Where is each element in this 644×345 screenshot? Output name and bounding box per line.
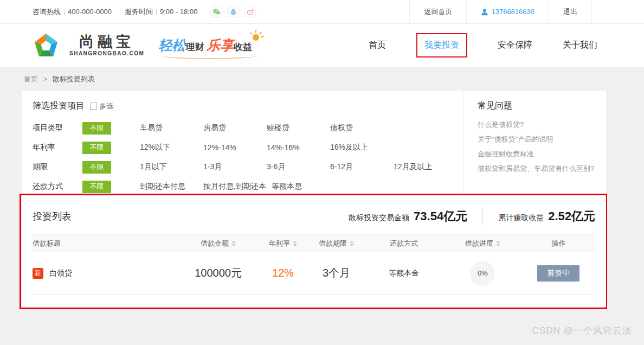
column-header-action: 操作 bbox=[522, 239, 595, 248]
qq-icon[interactable] bbox=[227, 5, 240, 18]
multi-select-checkbox[interactable] bbox=[90, 103, 97, 110]
new-badge: 新 bbox=[33, 268, 43, 279]
account-phone-number: 13766816630 bbox=[491, 8, 534, 16]
nav-item-home[interactable]: 首页 bbox=[369, 40, 386, 51]
column-header-rate[interactable]: 年利率 bbox=[257, 239, 308, 248]
breadcrumb-separator: > bbox=[43, 75, 48, 83]
faq-link[interactable]: 金融理财收费标准 bbox=[478, 146, 601, 161]
filter-option[interactable]: 1-3月 bbox=[203, 162, 267, 172]
filter-option[interactable]: 16%及以上 bbox=[330, 143, 394, 152]
sort-icon[interactable] bbox=[350, 241, 354, 246]
brand-name: 尚融宝 bbox=[69, 34, 144, 50]
topbar-contact: 咨询热线： 400-000-0000 服务时间： 9:00 - 18:00 bbox=[33, 5, 256, 18]
list-title: 投资列表 bbox=[33, 210, 72, 223]
filter-option[interactable]: 债权贷 bbox=[330, 123, 394, 133]
column-label: 借款进度 bbox=[465, 239, 493, 248]
stat-label: 散标投资交易金额 bbox=[349, 213, 409, 223]
filter-option[interactable]: 12月及以上 bbox=[394, 162, 457, 172]
logo[interactable]: 尚融宝 SHANGRONGBAO.COM bbox=[33, 32, 144, 59]
table-header: 借款标题 借款金额 年利率 借款期限 还款方式 借款进度 操作 bbox=[33, 234, 595, 252]
back-home-link[interactable]: 返回首页 bbox=[409, 0, 466, 24]
topbar: 咨询热线： 400-000-0000 服务时间： 9:00 - 18:00 返回… bbox=[0, 0, 644, 24]
loan-title-cell[interactable]: 新 白领贷 bbox=[33, 268, 179, 279]
stat-label: 累计赚取收益 bbox=[498, 213, 544, 223]
loan-progress-cell: 0% bbox=[443, 261, 522, 286]
sort-icon[interactable] bbox=[231, 241, 236, 246]
filter-option[interactable]: 12%-14% bbox=[203, 143, 267, 152]
filter-selected-button[interactable]: 不限 bbox=[82, 122, 111, 135]
main-nav: 首页 我要投资 安全保障 关于我们 bbox=[369, 33, 597, 58]
faq-link[interactable]: 什么是债权贷? bbox=[478, 117, 601, 132]
sort-icon[interactable] bbox=[293, 241, 297, 246]
faq-link[interactable]: 债权贷和房易贷、车易贷有什么区别? bbox=[478, 161, 601, 176]
faq-link[interactable]: 关于"债权贷"产品的说明 bbox=[478, 132, 601, 146]
faq-title: 常见问题 bbox=[478, 100, 601, 112]
filter-section: 筛选投资项目 多选 项目类型 不限 车易贷 房易贷 赎楼贷 债权贷 年利率 不限… bbox=[22, 91, 463, 203]
filter-option[interactable]: 按月付息,到期还本 bbox=[203, 182, 272, 191]
slogan-part2: 理财 bbox=[185, 42, 204, 52]
stat-total-earnings: 累计赚取收益 2.52亿元 bbox=[498, 208, 595, 225]
hotline-label: 咨询热线： bbox=[33, 7, 68, 17]
funding-button[interactable]: 募资中 bbox=[537, 265, 579, 282]
logout-link[interactable]: 退出 bbox=[549, 0, 592, 24]
account-phone-link[interactable]: 13766816630 bbox=[466, 0, 549, 24]
filter-option[interactable]: 3-6月 bbox=[267, 162, 330, 172]
column-label: 借款期限 bbox=[319, 239, 347, 248]
filter-option[interactable]: 1月以下 bbox=[140, 162, 203, 172]
hotline-number: 400-000-0000 bbox=[68, 8, 112, 16]
user-icon bbox=[481, 8, 488, 16]
multi-select-option[interactable]: 多选 bbox=[90, 101, 113, 111]
slogan: 轻松理财 乐享收益 bbox=[158, 36, 252, 54]
filter-option[interactable]: 等额本息 bbox=[272, 182, 335, 191]
column-label: 操作 bbox=[551, 239, 565, 248]
column-header-title: 借款标题 bbox=[33, 239, 179, 248]
weibo-icon[interactable] bbox=[244, 5, 256, 18]
filter-row-label: 年利率 bbox=[33, 143, 82, 152]
filter-row-label: 项目类型 bbox=[33, 123, 82, 133]
column-label: 借款标题 bbox=[33, 239, 61, 248]
slogan-underline bbox=[162, 53, 257, 59]
column-header-amount[interactable]: 借款金额 bbox=[179, 239, 257, 248]
nav-about-label: 关于我们 bbox=[563, 40, 597, 49]
nav-item-security[interactable]: 安全保障 bbox=[498, 40, 532, 51]
slogan-part1: 轻松 bbox=[158, 37, 185, 53]
filter-option[interactable]: 赎楼贷 bbox=[267, 123, 330, 133]
nav-item-about[interactable]: 关于我们 bbox=[563, 40, 597, 51]
loan-title[interactable]: 白领贷 bbox=[49, 269, 72, 278]
nav-item-invest[interactable]: 我要投资 bbox=[416, 33, 467, 58]
filter-selected-button[interactable]: 不限 bbox=[82, 161, 111, 174]
table-row: 新 白领贷 100000元 12% 3个月 等额本金 0% 募资中 bbox=[33, 252, 595, 295]
breadcrumb: 首页 > 散标投资列表 bbox=[0, 67, 644, 91]
column-label: 借款金额 bbox=[201, 239, 229, 248]
wechat-icon[interactable] bbox=[210, 5, 223, 18]
filter-title: 筛选投资项目 bbox=[33, 100, 85, 112]
nav-security-label: 安全保障 bbox=[498, 40, 532, 49]
filter-option[interactable]: 6-12月 bbox=[330, 162, 394, 172]
breadcrumb-home[interactable]: 首页 bbox=[24, 75, 38, 83]
stats-divider bbox=[482, 207, 483, 226]
filter-option[interactable]: 车易贷 bbox=[140, 123, 203, 133]
filter-row-type: 项目类型 不限 车易贷 房易贷 赎楼贷 债权贷 bbox=[33, 118, 463, 138]
filter-option[interactable]: 到期还本付息 bbox=[140, 182, 203, 191]
column-header-progress[interactable]: 借款进度 bbox=[443, 239, 522, 248]
stat-total-volume: 散标投资交易金额 73.54亿元 bbox=[349, 208, 467, 225]
filter-option[interactable]: 房易贷 bbox=[203, 123, 267, 133]
investment-list-panel: 投资列表 散标投资交易金额 73.54亿元 累计赚取收益 2.52亿元 借款标题… bbox=[22, 195, 606, 307]
nav-home-label: 首页 bbox=[369, 40, 386, 49]
back-home-label: 返回首页 bbox=[424, 7, 452, 17]
sort-icon[interactable] bbox=[496, 241, 500, 246]
filter-header: 筛选投资项目 多选 bbox=[33, 100, 463, 112]
filter-option[interactable]: 14%-16% bbox=[267, 143, 330, 152]
filter-selected-button[interactable]: 不限 bbox=[82, 142, 111, 154]
brand-block: 尚融宝 SHANGRONGBAO.COM bbox=[69, 34, 144, 56]
filter-selected-button[interactable]: 不限 bbox=[82, 181, 111, 193]
multi-select-label: 多选 bbox=[99, 101, 113, 111]
column-header-period[interactable]: 借款期限 bbox=[308, 239, 365, 248]
column-label: 年利率 bbox=[269, 239, 290, 248]
sun-icon bbox=[249, 29, 265, 45]
progress-circle: 0% bbox=[470, 261, 495, 286]
filter-row-label: 期限 bbox=[33, 162, 82, 172]
filter-row-term: 期限 不限 1月以下 1-3月 3-6月 6-12月 12月及以上 bbox=[33, 157, 463, 177]
filter-option[interactable]: 12%以下 bbox=[140, 143, 203, 152]
list-header: 投资列表 散标投资交易金额 73.54亿元 累计赚取收益 2.52亿元 bbox=[22, 195, 606, 234]
